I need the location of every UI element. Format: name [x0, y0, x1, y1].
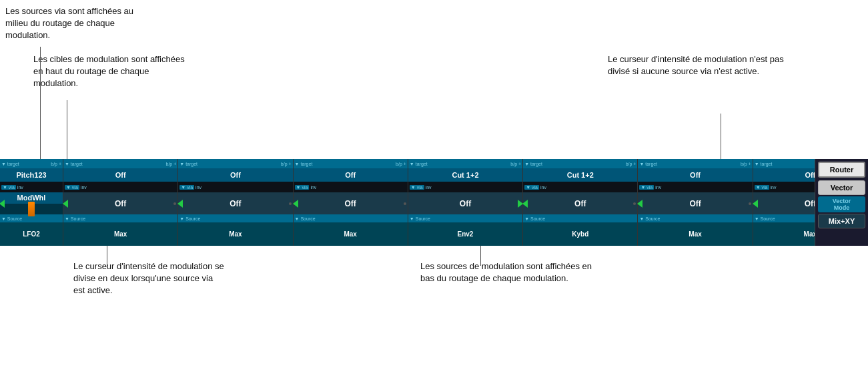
- target-name: Cut 1+2: [408, 168, 522, 182]
- inv-label: inv: [195, 185, 201, 190]
- inv-label: inv: [17, 185, 23, 190]
- source-label: ▼ Source: [524, 216, 545, 221]
- intensity-label: Off: [294, 192, 408, 214]
- intensity-label: Off: [408, 192, 522, 214]
- target-name: Off: [63, 168, 177, 182]
- green-arrow-left: [753, 200, 758, 208]
- target-name: Cut 1+2: [523, 168, 637, 182]
- source-label: ▼ Source: [295, 216, 316, 221]
- intensity-label: Off: [63, 192, 177, 214]
- via-label: ▼ via: [410, 185, 424, 190]
- green-arrow-left: [522, 200, 528, 208]
- via-label: ▼ via: [295, 185, 310, 190]
- target-label: ▼ target: [755, 162, 773, 166]
- mod-slot-5[interactable]: ▼ targetb/p +Cut 1+2 ▼ via inv Off▼ Sour…: [408, 159, 523, 246]
- target-name: Pitch123: [0, 168, 63, 182]
- intensity-dot: [173, 202, 176, 205]
- vector-button[interactable]: Vector: [818, 180, 865, 195]
- mix-xy-button[interactable]: Mix+XY: [818, 214, 865, 228]
- target-label: ▼ target: [295, 162, 313, 166]
- target-name: Off: [638, 168, 752, 182]
- vector-mode-label: VectorMode: [818, 196, 865, 212]
- source-name: Max: [638, 222, 752, 246]
- target-label: ▼ target: [524, 162, 542, 166]
- source-label: ▼ Source: [65, 216, 85, 221]
- intensity-area[interactable]: Off: [638, 192, 752, 214]
- mod-slot-3[interactable]: ▼ targetb/p +Off ▼ via inv Off▼ SourceMa…: [178, 159, 293, 246]
- router-button[interactable]: Router: [818, 162, 865, 178]
- right-panel: Router Vector VectorMode Mix+XY: [815, 159, 868, 246]
- inv-label: inv: [771, 185, 777, 190]
- modulation-panel: ▼ targetb/p +Pitch123 ▼ via inv ModWhl▼ …: [0, 159, 868, 246]
- target-name: Off: [294, 168, 408, 182]
- intensity-area[interactable]: Off: [294, 192, 408, 214]
- inv-label: inv: [655, 185, 661, 190]
- inv-label: inv: [540, 185, 546, 190]
- target-label: ▼ target: [179, 162, 197, 166]
- bp-label: b/p +: [166, 162, 177, 166]
- intensity-dot: [289, 202, 292, 205]
- bp-label: b/p +: [51, 162, 61, 166]
- source-label: ▼ Source: [639, 216, 660, 221]
- target-label: ▼ target: [1, 162, 19, 166]
- intensity-label: Off: [523, 192, 637, 214]
- via-label: ▼ via: [1, 185, 16, 190]
- via-label: ▼ via: [524, 185, 539, 190]
- intensity-area[interactable]: Off: [63, 192, 177, 214]
- inv-label: inv: [310, 185, 316, 190]
- inv-label: inv: [426, 185, 432, 190]
- green-arrow-left: [0, 200, 5, 208]
- bp-label: b/p +: [510, 162, 521, 166]
- intensity-dot: [633, 202, 636, 205]
- source-name: Max: [178, 222, 292, 246]
- mod-slot-7[interactable]: ▼ targetb/p +Off ▼ via inv Off▼ SourceMa…: [638, 159, 753, 246]
- via-label: ▼ via: [639, 185, 654, 190]
- via-label: ▼ via: [755, 185, 769, 190]
- intensity-area[interactable]: Off: [523, 192, 637, 214]
- mod-slot-2[interactable]: ▼ targetb/p +Off ▼ via inv Off▼ SourceMa…: [63, 159, 178, 246]
- intensity-area[interactable]: Off: [178, 192, 292, 214]
- mod-slot-4[interactable]: ▼ targetb/p +Off ▼ via inv Off▼ SourceMa…: [294, 159, 408, 246]
- green-arrow-left: [63, 200, 68, 208]
- bp-label: b/p +: [396, 162, 406, 166]
- via-label: ▼ via: [179, 185, 194, 190]
- inv-label: inv: [81, 185, 87, 190]
- bp-label: b/p +: [741, 162, 751, 166]
- annotation-top-left: Les sources via sont affichées au milieu…: [5, 5, 152, 42]
- target-label: ▼ target: [65, 162, 83, 166]
- source-label: ▼ Source: [755, 216, 775, 221]
- green-arrow-left: [177, 200, 183, 208]
- source-name: Max: [294, 222, 408, 246]
- annotation-top-right: Le curseur d'intensité de modulation n'e…: [608, 53, 795, 77]
- source-label: ▼ Source: [410, 216, 430, 221]
- target-label: ▼ target: [410, 162, 428, 166]
- intensity-dot: [404, 202, 406, 205]
- source-name: Max: [63, 222, 177, 246]
- bp-label: b/p +: [281, 162, 292, 166]
- intensity-area[interactable]: Off: [408, 192, 522, 214]
- source-label: ▼ Source: [1, 216, 22, 221]
- intensity-label: Off: [638, 192, 752, 214]
- orange-knob[interactable]: [28, 202, 35, 216]
- intensity-dot: [749, 202, 751, 205]
- intensity-bottom: [0, 204, 63, 215]
- source-name: Kybd: [523, 222, 637, 246]
- bp-label: b/p +: [626, 162, 636, 166]
- green-arrow-left: [637, 200, 642, 208]
- via-label: ▼ via: [65, 185, 79, 190]
- target-name: Off: [178, 168, 292, 182]
- intensity-area[interactable]: ModWhl: [0, 192, 63, 214]
- intensity-label: Off: [178, 192, 292, 214]
- green-arrow-left: [293, 200, 298, 208]
- source-name: LFO2: [0, 222, 63, 246]
- annotation-mid-left: Les cibles de modulation sont affichées …: [33, 53, 187, 90]
- source-label: ▼ Source: [179, 216, 200, 221]
- annotation-bottom-left: Le curseur d'intensité de modulation se …: [73, 260, 227, 297]
- target-label: ▼ target: [639, 162, 657, 166]
- source-name: Env2: [408, 222, 522, 246]
- mod-slot-1[interactable]: ▼ targetb/p +Pitch123 ▼ via inv ModWhl▼ …: [0, 159, 63, 246]
- annotation-bottom-right: Les sources de modulation sont affichées…: [420, 260, 607, 285]
- mod-slot-6[interactable]: ▼ targetb/p +Cut 1+2 ▼ via inv Off▼ Sour…: [523, 159, 638, 246]
